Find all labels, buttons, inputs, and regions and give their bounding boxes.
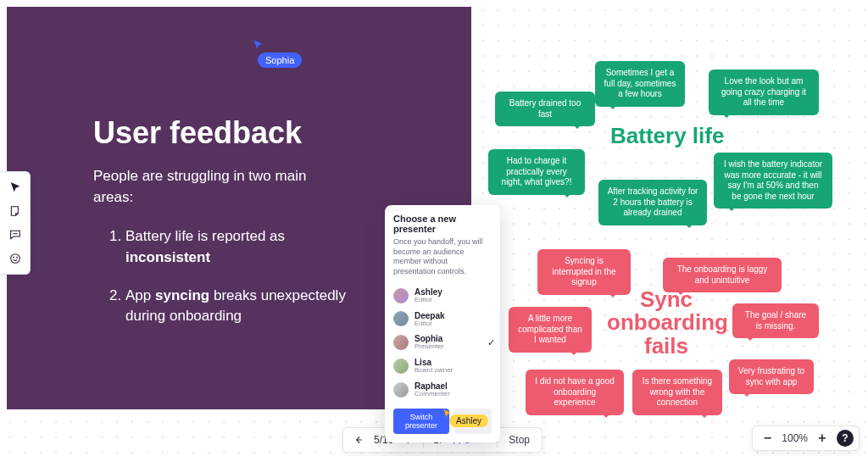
switch-presenter-button[interactable]: Switch presenter [393, 409, 449, 434]
sticky-note-tool[interactable] [0, 199, 30, 223]
note-bubble[interactable]: Sometimes I get a full day, sometimes a … [595, 61, 685, 107]
smiley-icon [8, 252, 22, 265]
note-bubble[interactable]: Love the look but am going crazy chargin… [709, 70, 819, 115]
topic-sync-onboarding[interactable]: Sync onboarding fails [607, 288, 726, 358]
note-bubble[interactable]: Syncing is interrupted in the signup [537, 249, 631, 295]
cursor-icon [442, 409, 453, 419]
presenter-option[interactable]: Ashley Editor [393, 284, 492, 308]
remote-cursor-name: Ashley [449, 414, 488, 427]
svg-point-0 [10, 254, 19, 264]
zoom-bar: − 100% + ? [752, 425, 860, 451]
topic-battery-life[interactable]: Battery life [610, 123, 724, 149]
check-icon: ✓ [487, 337, 495, 348]
note-bubble[interactable]: The goal / share is missing. [732, 303, 819, 338]
select-tool[interactable] [0, 175, 30, 199]
note-bubble[interactable]: Is there something wrong with the connec… [632, 370, 722, 415]
avatar [393, 288, 409, 303]
cursor-icon [8, 181, 22, 194]
user-role: Editor [415, 320, 445, 328]
avatar [393, 335, 409, 350]
zoom-value[interactable]: 100% [782, 432, 808, 444]
list-item: Battery life is reported as inconsistent [125, 226, 346, 268]
canvas-toolbar [0, 171, 31, 275]
note-bubble[interactable]: Very frustrating to sync with app [729, 359, 814, 394]
user-role: Commenter [415, 391, 450, 398]
user-name: Deepak [415, 311, 445, 320]
list-bold: inconsistent [125, 249, 210, 265]
arrow-left-icon [353, 434, 364, 446]
note-bubble[interactable]: Had to charge it practically every night… [488, 149, 585, 195]
note-bubble[interactable]: The onboarding is laggy and unintuitive [663, 258, 782, 292]
avatar [393, 311, 409, 326]
remote-cursor [442, 407, 453, 422]
zoom-in-button[interactable]: + [813, 429, 832, 448]
sticky-note-icon [8, 204, 22, 218]
user-role: Presenter [415, 343, 444, 351]
list-text: App [125, 287, 155, 303]
presenter-option[interactable]: Sophia Presenter ✓ [393, 331, 492, 354]
stop-presenting-button[interactable]: Stop [502, 430, 537, 450]
user-role: Editor [415, 297, 442, 304]
popover-description: Once you handoff, you will become an aud… [393, 237, 492, 277]
slide-title: User feedback [93, 115, 451, 151]
slide-lead: People are struggling in two main areas: [93, 166, 348, 208]
svg-point-1 [13, 257, 14, 258]
note-bubble[interactable]: A little more complicated than I wanted [509, 307, 592, 353]
svg-point-2 [16, 257, 17, 258]
presenter-option[interactable]: Lisa Board owner [393, 354, 492, 378]
note-bubble[interactable]: I did not have a good onboarding experie… [526, 370, 624, 415]
presenter-option[interactable]: Raphael Commenter [393, 378, 492, 402]
zoom-out-button[interactable]: − [758, 429, 776, 448]
help-button[interactable]: ? [837, 430, 854, 447]
remote-cursor-name: Sophia [258, 53, 302, 68]
remote-cursor: Sophia [253, 39, 302, 68]
note-bubble[interactable]: Battery drained too fast [495, 92, 595, 126]
avatar [393, 382, 409, 398]
popover-title: Choose a new presenter [393, 214, 492, 234]
avatar [393, 359, 409, 374]
presenter-option[interactable]: Deepak Editor [393, 308, 492, 331]
list-item: App syncing breaks unexpectedly during o… [125, 286, 346, 327]
user-role: Board owner [415, 367, 453, 375]
prev-slide-button[interactable] [348, 430, 369, 450]
cursor-icon [253, 39, 264, 51]
list-text: Battery life is reported as [125, 228, 285, 244]
list-bold: syncing [155, 287, 209, 303]
comment-tool[interactable] [0, 223, 30, 247]
note-bubble[interactable]: I wish the battery indicator was more ac… [714, 153, 832, 209]
note-bubble[interactable]: After tracking activity for 2 hours the … [598, 180, 707, 225]
reaction-tool[interactable] [0, 247, 30, 270]
comment-icon [8, 228, 22, 242]
